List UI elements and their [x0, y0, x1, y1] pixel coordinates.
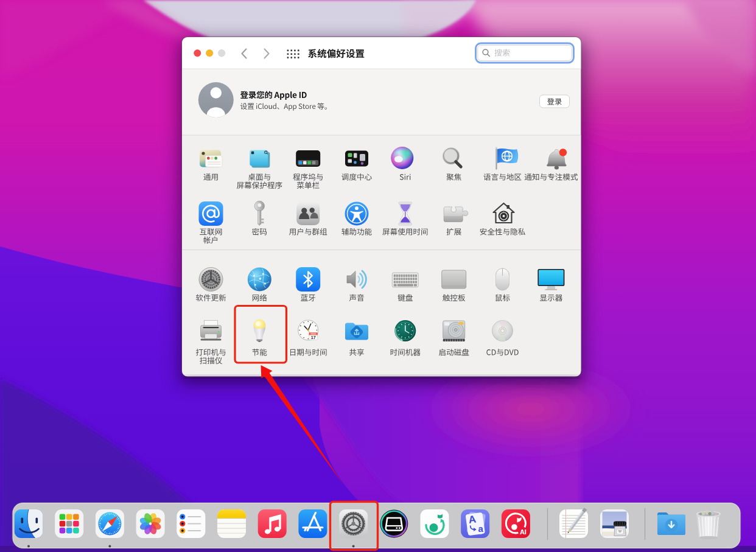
- svg-text:17: 17: [311, 335, 316, 340]
- svg-text:A: A: [467, 513, 477, 526]
- svg-text:a: a: [478, 523, 484, 534]
- svg-text:AI: AI: [520, 528, 527, 536]
